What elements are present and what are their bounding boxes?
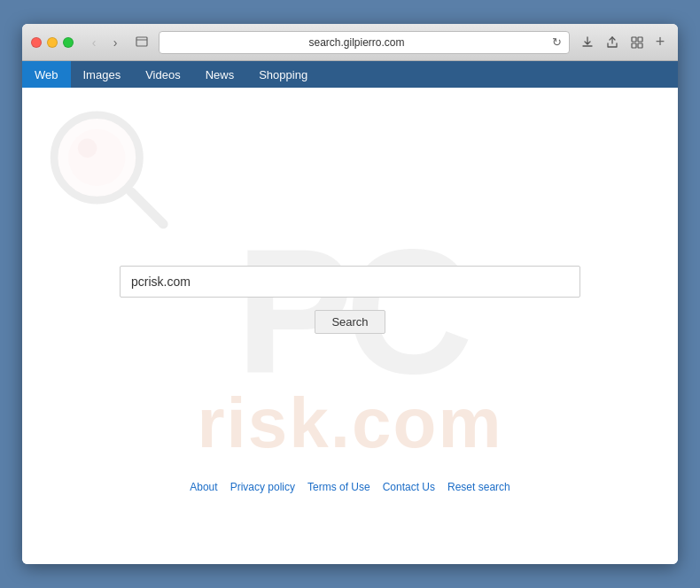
svg-line-9 xyxy=(131,192,163,224)
download-button[interactable] xyxy=(577,32,598,53)
tab-news[interactable]: News xyxy=(193,61,247,88)
footer-privacy-link[interactable]: Privacy policy xyxy=(230,481,295,493)
search-watermark-icon xyxy=(40,105,173,238)
svg-rect-5 xyxy=(638,43,642,48)
nav-tabs: Web Images Videos News Shopping xyxy=(22,61,678,88)
tab-overview-button[interactable] xyxy=(132,33,152,52)
new-tab-grid-button[interactable] xyxy=(626,32,648,53)
svg-point-7 xyxy=(68,129,125,186)
search-area: Search xyxy=(120,266,580,334)
svg-point-6 xyxy=(54,115,139,200)
svg-point-8 xyxy=(78,139,97,158)
nav-buttons: ‹ › xyxy=(84,33,125,52)
new-tab-button[interactable]: + xyxy=(651,34,669,51)
svg-rect-4 xyxy=(632,43,636,48)
browser-window: ‹ › ↻ xyxy=(22,24,678,564)
footer-links: About Privacy policy Terms of Use Contac… xyxy=(190,481,509,493)
share-button[interactable] xyxy=(602,32,623,53)
footer-reset-link[interactable]: Reset search xyxy=(447,481,510,493)
search-input-wrapper xyxy=(120,266,580,298)
forward-button[interactable]: › xyxy=(105,33,125,52)
maximize-button[interactable] xyxy=(63,37,74,48)
tab-shopping[interactable]: Shopping xyxy=(246,61,320,88)
search-input[interactable] xyxy=(120,266,580,298)
back-button[interactable]: ‹ xyxy=(84,33,104,52)
minimize-button[interactable] xyxy=(47,37,58,48)
tab-images[interactable]: Images xyxy=(71,61,134,88)
svg-rect-0 xyxy=(136,37,147,46)
footer-contact-link[interactable]: Contact Us xyxy=(383,481,435,493)
traffic-lights xyxy=(31,37,74,48)
tab-videos[interactable]: Videos xyxy=(133,61,193,88)
search-button[interactable]: Search xyxy=(315,310,385,334)
address-bar-input[interactable] xyxy=(167,36,547,49)
main-content: PC risk.com Search About Privacy policy … xyxy=(22,88,678,564)
watermark-risk-text: risk.com xyxy=(197,383,502,464)
footer-about-link[interactable]: About xyxy=(190,481,217,493)
svg-rect-2 xyxy=(632,37,636,42)
reload-button[interactable]: ↻ xyxy=(552,35,562,49)
footer-terms-link[interactable]: Terms of Use xyxy=(307,481,370,493)
toolbar-right: + xyxy=(577,32,669,53)
address-bar-container[interactable]: ↻ xyxy=(159,31,570,54)
svg-rect-3 xyxy=(638,37,642,42)
close-button[interactable] xyxy=(31,37,42,48)
title-bar: ‹ › ↻ xyxy=(22,24,678,61)
tab-web[interactable]: Web xyxy=(22,61,71,88)
